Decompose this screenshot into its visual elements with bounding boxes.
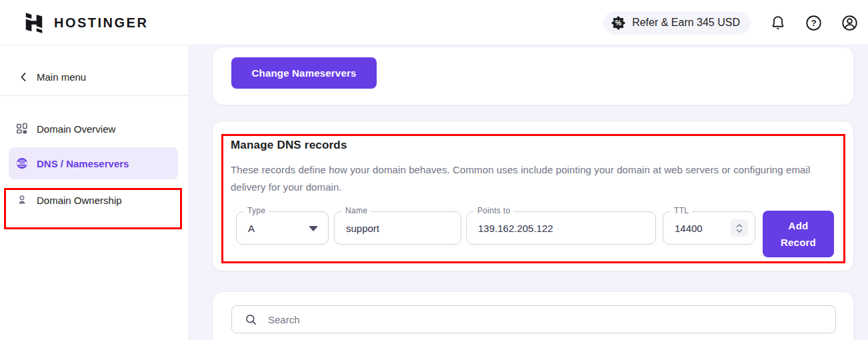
search-card [212, 291, 854, 340]
sidebar-item-label: Domain Ownership [37, 195, 122, 206]
record-ttl-field: TTL [663, 211, 755, 245]
search-icon [245, 313, 257, 326]
record-points-to-input[interactable] [467, 212, 655, 244]
record-name-field: Name [334, 211, 461, 245]
svg-text:DNS: DNS [19, 162, 25, 165]
top-header: HOSTINGER % Refer & E [0, 0, 868, 45]
sidebar-item-label: DNS / Nameservers [37, 158, 129, 169]
hostinger-logo-mark-icon [24, 12, 44, 34]
header-actions: % Refer & Earn 345 USD ? [603, 0, 859, 45]
main-menu-label: Main menu [37, 71, 86, 83]
hostinger-logo[interactable]: HOSTINGER [24, 0, 148, 45]
add-record-button[interactable]: Add Record [763, 211, 834, 257]
sidebar: Main menu Domain Overview [0, 45, 189, 340]
refer-earn-label: Refer & Earn 345 USD [632, 17, 740, 29]
record-name-input[interactable] [335, 212, 461, 244]
search-input[interactable] [268, 306, 835, 333]
person-icon [16, 194, 28, 206]
nameservers-card: Change Nameservers [212, 47, 854, 105]
back-to-main-menu[interactable]: Main menu [0, 64, 189, 89]
notifications-bell-icon[interactable] [769, 14, 787, 32]
sidebar-item-dns-nameservers[interactable]: DNS DNS / Nameservers [9, 147, 178, 179]
record-type-select[interactable]: Type A [236, 211, 329, 245]
app-window: HOSTINGER % Refer & E [0, 0, 868, 340]
chevron-down-icon [309, 226, 318, 231]
account-icon[interactable] [841, 14, 859, 32]
sidebar-item-domain-ownership[interactable]: Domain Ownership [0, 189, 189, 211]
refer-earn-button[interactable]: % Refer & Earn 345 USD [603, 11, 751, 35]
help-icon[interactable]: ? [805, 14, 823, 32]
grid-icon [16, 123, 28, 135]
sidebar-item-label: Domain Overview [37, 123, 115, 135]
record-points-to-field: Points to [466, 211, 656, 245]
manage-dns-records-card: Manage DNS records These records define … [212, 121, 854, 271]
ttl-stepper[interactable] [731, 219, 748, 237]
search-box [231, 305, 836, 333]
manage-dns-records-title: Manage DNS records [231, 139, 347, 152]
dns-globe-icon: DNS [16, 157, 28, 169]
manage-dns-records-description: These records define how your domain beh… [231, 161, 812, 196]
brand-name: HOSTINGER [54, 15, 148, 31]
sidebar-divider [0, 95, 189, 96]
back-chevron-icon [20, 72, 27, 82]
svg-text:?: ? [811, 18, 816, 28]
change-nameservers-button[interactable]: Change Nameservers [231, 57, 377, 89]
svg-text:%: % [615, 19, 622, 27]
badge-percent-icon: % [611, 16, 625, 30]
sidebar-item-domain-overview[interactable]: Domain Overview [0, 117, 189, 140]
record-type-value: A [248, 212, 255, 244]
